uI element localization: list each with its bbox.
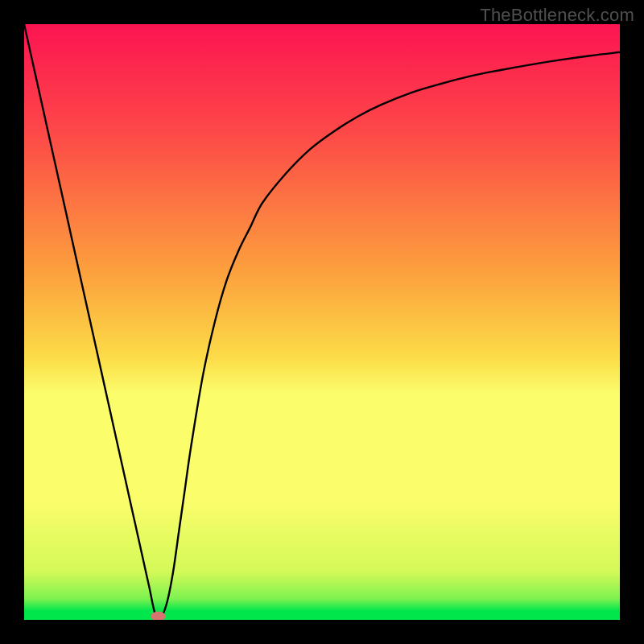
chart-gradient-bg [24,24,620,620]
watermark-label: TheBottleneck.com [480,5,634,26]
bottleneck-chart [24,24,620,620]
chart-frame: TheBottleneck.com [0,0,644,644]
